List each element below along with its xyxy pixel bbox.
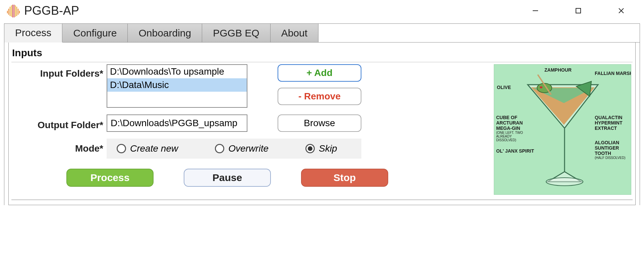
radio-label: Overwrite: [228, 143, 269, 154]
martini-glass-icon: [524, 71, 601, 195]
svg-point-17: [546, 178, 583, 186]
tab-pggb-eq[interactable]: PGGB EQ: [202, 24, 270, 42]
stop-button[interactable]: Stop: [301, 169, 388, 187]
app-logo-icon: [6, 3, 21, 18]
window-controls: [527, 3, 643, 19]
tab-onboarding[interactable]: Onboarding: [128, 24, 202, 42]
radio-icon: [305, 144, 315, 153]
input-folders-label: Input Folders*: [13, 64, 103, 79]
app-window: PGGB-AP Process Configure Onboarding PGG…: [0, 0, 644, 253]
output-folder-label: Output Folder*: [13, 116, 103, 131]
tabs-container: Process Configure Onboarding PGGB EQ Abo…: [4, 23, 640, 205]
anno-fallian: FALLIAN MARSH GAS: [595, 71, 631, 76]
cocktail-illustration: OLIVE ZAMPHOUR FALLIAN MARSH GAS CUBE OF…: [494, 64, 631, 195]
remove-button[interactable]: - Remove: [278, 88, 361, 105]
app-title: PGGB-AP: [24, 4, 79, 18]
divider-bottom: [11, 199, 633, 200]
mode-option-skip[interactable]: Skip: [305, 143, 337, 154]
radio-icon: [215, 144, 224, 153]
close-icon: [618, 7, 625, 14]
input-folder-item[interactable]: D:\Data\Music: [107, 78, 247, 92]
maximize-button[interactable]: [570, 3, 586, 19]
tab-bar: Process Configure Onboarding PGGB EQ Abo…: [4, 24, 640, 43]
process-button[interactable]: Process: [66, 169, 154, 187]
pause-button[interactable]: Pause: [184, 169, 271, 187]
mode-option-overwrite[interactable]: Overwrite: [215, 143, 269, 154]
input-folder-item[interactable]: D:\Downloads\To upsample: [107, 65, 247, 78]
action-buttons: Process Pause Stop: [13, 169, 484, 187]
tab-about[interactable]: About: [271, 24, 318, 42]
minimize-button[interactable]: [527, 3, 543, 19]
section-title-inputs: Inputs: [11, 45, 633, 62]
minimize-icon: [532, 7, 539, 14]
svg-point-15: [540, 86, 542, 88]
anno-olive: OLIVE: [497, 85, 511, 90]
tab-configure[interactable]: Configure: [62, 24, 128, 42]
tab-content: Inputs Input Folders* D:\Downloads\To up…: [8, 43, 636, 205]
anno-algolian: ALGOLIAN SUNTIGER TOOTH (HALF DISSOLVED): [595, 140, 630, 160]
anno-zamphour: ZAMPHOUR: [544, 67, 572, 73]
anno-janx: OL' JANX SPIRIT: [496, 148, 534, 154]
browse-button[interactable]: Browse: [278, 114, 361, 132]
tab-process[interactable]: Process: [4, 24, 62, 43]
radio-label: Skip: [319, 143, 337, 154]
close-button[interactable]: [613, 3, 629, 19]
input-folders-listbox[interactable]: D:\Downloads\To upsample D:\Data\Music: [107, 64, 247, 108]
radio-label: Create new: [130, 143, 178, 154]
mode-option-create-new[interactable]: Create new: [117, 143, 178, 154]
output-folder-input[interactable]: [107, 114, 247, 132]
maximize-icon: [575, 8, 581, 14]
svg-rect-11: [576, 8, 581, 13]
form-column: Input Folders* D:\Downloads\To upsample …: [13, 64, 484, 195]
anno-cube: CUBE OF ARCTURAN MEGA-GIN (ONE LEFT. TWO…: [496, 115, 530, 142]
titlebar: PGGB-AP: [0, 0, 644, 21]
mode-label: Mode*: [13, 143, 103, 154]
add-button[interactable]: + Add: [278, 64, 361, 82]
anno-qualactin: QUALACTIN HYPERMINT EXTRACT: [595, 115, 630, 131]
mode-radio-group: Create new Overwrite Skip: [107, 139, 361, 159]
radio-icon: [117, 144, 126, 153]
